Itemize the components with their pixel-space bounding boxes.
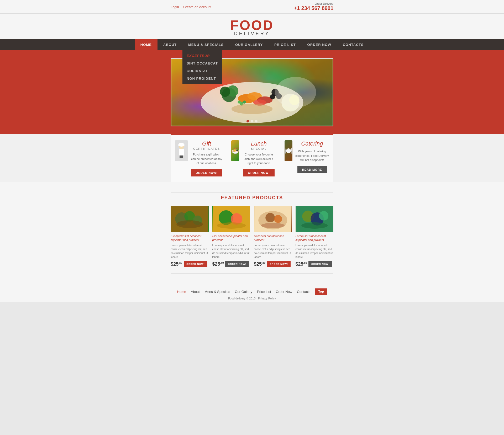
nav-home[interactable]: HOME — [135, 39, 158, 50]
product-order-button-1[interactable]: ORDER NOW! — [225, 261, 249, 267]
featured-title-static: FEATURED — [221, 195, 251, 200]
top-bar-right: Order Delivery +1 234 567 8901 — [294, 2, 333, 11]
product-desc-3: Lorem ipsum dolor sit amet conse ctetur … — [296, 243, 334, 259]
top-button[interactable]: Top — [315, 288, 327, 295]
catering-desc: With years of catering experience, Food … — [295, 149, 329, 162]
site-logo: FOOD DELIVERY — [0, 14, 504, 39]
svg-point-17 — [275, 77, 316, 108]
dropdown-item-2[interactable]: Cupidatat — [182, 67, 222, 75]
svg-point-10 — [270, 94, 275, 100]
gift-desc: Purchase a gift which can be presented a… — [191, 152, 223, 165]
product-footer-2: $25.89 ORDER NOW! — [254, 261, 292, 267]
order-delivery-label: Order Delivery — [294, 2, 333, 5]
svg-point-35 — [265, 213, 275, 222]
top-bar: Login Create an Account Order Delivery +… — [0, 0, 504, 14]
features-section: Gift CERTIFICATES Purchase a gift which … — [0, 134, 504, 182]
product-order-button-2[interactable]: ORDER NOW! — [267, 261, 291, 267]
product-title-1: Sint occaecat cupidatat non proident — [212, 234, 250, 242]
logo-food: FOOD — [0, 18, 504, 32]
catering-read-more-button[interactable]: READ MORE — [297, 166, 327, 173]
product-title-3: Lorem set sint occaecat cupidatat non pr… — [296, 234, 334, 242]
hero-section — [0, 50, 504, 134]
product-footer-1: $25.89 ORDER NOW! — [212, 261, 250, 267]
nav-order-now[interactable]: ORDER NOW — [302, 39, 337, 50]
footer-link-menu[interactable]: Menu & Specials — [204, 290, 230, 294]
footer-link-ordernow[interactable]: Order Now — [276, 290, 292, 294]
product-desc-2: Lorem ipsum dolor sit amet conse ctetur … — [254, 243, 292, 259]
main-nav: HOME ABOUT MENU & SPECIALS Excepteur Sin… — [0, 39, 504, 50]
gift-subtitle: CERTIFICATES — [191, 147, 223, 150]
svg-rect-19 — [179, 149, 184, 155]
lunch-desc: Choose your favourite dish and we'll del… — [242, 152, 276, 165]
nav-contacts[interactable]: CONTACTS — [337, 39, 369, 50]
phone-number: +1 234 567 8901 — [294, 5, 333, 11]
copyright-text: Food delivery © 2013 — [228, 297, 256, 300]
featured-section: FEATURED PRODUCTS Excepteur sint occaeca… — [0, 182, 504, 284]
footer-copyright: Food delivery © 2013 Privacy Policy — [0, 297, 504, 300]
footer-link-pricelist[interactable]: Price List — [257, 290, 271, 294]
product-price-0: $25.89 — [171, 261, 182, 267]
footer-link-home[interactable]: Home — [177, 290, 186, 294]
feature-lunch: 🍜 Lunch SPECIAL Choose your favourite di… — [227, 135, 280, 182]
featured-title: FEATURED PRODUCTS — [171, 195, 333, 201]
svg-point-41 — [319, 211, 328, 221]
separator-bottom — [171, 273, 333, 273]
dropdown-menu: Excepteur Sint occaecat Cupidatat Non pr… — [182, 50, 222, 84]
product-card-0: Excepteur sint occaecat cupidatat non pr… — [171, 206, 209, 267]
product-desc-0: Lorem ipsum dolor sit amet conse ctetur … — [171, 243, 209, 259]
lunch-order-button[interactable]: ORDER NOW! — [243, 169, 274, 176]
footer-link-gallery[interactable]: Our Gallery — [235, 290, 252, 294]
feature-gift: Gift CERTIFICATES Purchase a gift which … — [171, 135, 227, 182]
svg-point-23 — [179, 143, 184, 145]
lunch-title: Lunch — [242, 140, 276, 147]
footer-link-about[interactable]: About — [191, 290, 200, 294]
dropdown-item-3[interactable]: Non proident — [182, 75, 222, 82]
nav-about[interactable]: ABOUT — [158, 39, 182, 50]
chef-icon — [175, 140, 188, 161]
feature-catering: 🍽️ Catering With years of catering exper… — [280, 135, 333, 182]
svg-point-14 — [243, 100, 246, 104]
svg-point-15 — [238, 100, 241, 104]
product-footer-3: $25.89 ORDER NOW! — [296, 261, 334, 267]
slider-dots — [246, 120, 258, 122]
product-title-2: Occaecat cupidatat non proident — [254, 234, 292, 242]
slider-dot-3[interactable] — [255, 120, 258, 122]
product-desc-1: Lorem ipsum dolor sit amet conse ctetur … — [212, 243, 250, 259]
svg-point-28 — [176, 220, 203, 228]
top-bar-left: Login Create an Account — [171, 4, 214, 9]
dropdown-item-1[interactable]: Sint occaecat — [182, 60, 222, 67]
product-price-3: $25.89 — [296, 261, 307, 267]
login-link[interactable]: Login — [171, 5, 179, 9]
nav-price-list[interactable]: PRICE LIST — [269, 39, 302, 50]
nav-our-gallery[interactable]: OUR GALLERY — [229, 39, 269, 50]
dropdown-item-0[interactable]: Excepteur — [182, 52, 222, 60]
footer-link-contacts[interactable]: Contacts — [297, 290, 310, 294]
slider-dot-1[interactable] — [246, 120, 249, 122]
product-image-2 — [254, 206, 292, 232]
product-order-button-3[interactable]: ORDER NOW! — [308, 261, 332, 267]
footer-nav: Home About Menu & Specials Our Gallery P… — [0, 284, 504, 302]
svg-rect-20 — [180, 155, 183, 158]
product-image-1 — [212, 206, 250, 232]
product-price-2: $25.89 — [254, 261, 265, 267]
product-card-3: Lorem set sint occaecat cupidatat non pr… — [296, 206, 334, 267]
nav-menu-specials[interactable]: MENU & SPECIALS Excepteur Sint occaecat … — [182, 39, 229, 50]
catering-title: Catering — [295, 140, 329, 147]
product-image-3 — [296, 206, 334, 232]
product-title-0: Excepteur sint occaecat cupidatat non pr… — [171, 234, 209, 242]
products-grid: Excepteur sint occaecat cupidatat non pr… — [171, 206, 333, 267]
gift-order-button[interactable]: ORDER NOW! — [191, 169, 222, 176]
svg-point-42 — [301, 222, 328, 229]
product-image-0 — [171, 206, 209, 232]
catering-icon: 🍽️ — [285, 140, 292, 161]
product-footer-0: $25.89 ORDER NOW! — [171, 261, 209, 267]
product-order-button-0[interactable]: ORDER NOW! — [184, 261, 207, 267]
svg-point-3 — [220, 87, 230, 97]
product-card-2: Occaecat cupidatat non proident Lorem ip… — [254, 206, 292, 267]
privacy-policy-link[interactable]: Privacy Policy — [258, 297, 276, 300]
product-card-1: Sint occaecat cupidatat non proident Lor… — [212, 206, 250, 267]
svg-point-32 — [217, 222, 246, 229]
slider-dot-2[interactable] — [251, 120, 253, 122]
create-account-link[interactable]: Create an Account — [183, 5, 211, 9]
featured-title-accent: PRODUCTS — [252, 195, 283, 200]
